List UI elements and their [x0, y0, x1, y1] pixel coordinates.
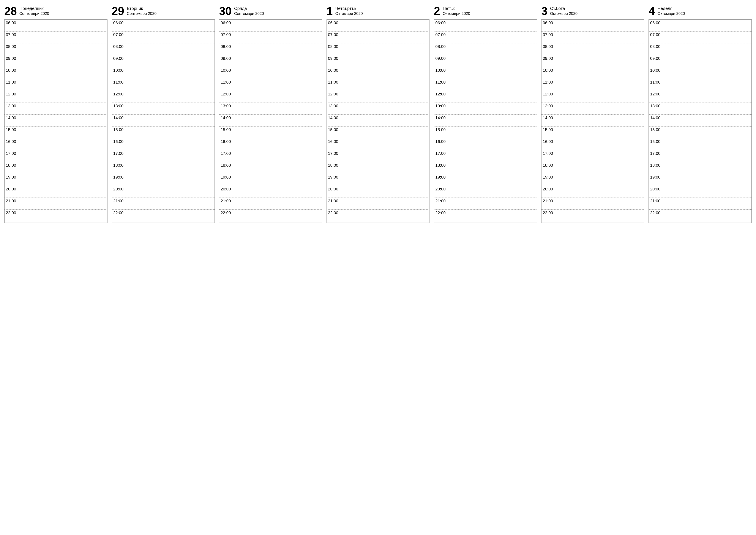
time-slot: 16:00: [541, 138, 644, 150]
time-slot: 16:00: [5, 138, 107, 150]
time-slot: 07:00: [541, 31, 644, 43]
day-header: 4НеделяОктомври 2020: [649, 4, 752, 19]
day-weekday-label: Сряда: [234, 6, 264, 11]
time-slot: 07:00: [327, 31, 429, 43]
day-weekday-label: Петък: [443, 6, 470, 11]
day-info: СъботаОктомври 2020: [550, 6, 578, 16]
day-column: 3СъботаОктомври 202006:0007:0008:0009:00…: [541, 4, 644, 223]
time-slot: 18:00: [649, 162, 751, 174]
time-slot: 09:00: [219, 55, 322, 67]
time-slot: 13:00: [219, 102, 322, 114]
time-slot: 08:00: [112, 43, 215, 55]
time-slot: 10:00: [541, 67, 644, 79]
time-slot: 21:00: [112, 198, 215, 210]
time-slot: 13:00: [5, 102, 107, 114]
time-slot: 06:00: [5, 20, 107, 31]
time-slot: 14:00: [649, 114, 751, 126]
time-slot: 19:00: [112, 174, 215, 186]
time-slot: 22:00: [327, 210, 429, 223]
time-slot: 14:00: [5, 114, 107, 126]
time-slot: 20:00: [649, 186, 751, 198]
time-slot: 22:00: [649, 210, 751, 223]
time-slot: 21:00: [434, 198, 537, 210]
time-slot: 14:00: [434, 114, 537, 126]
time-slot: 17:00: [5, 150, 107, 162]
time-slot: 09:00: [327, 55, 429, 67]
time-slot: 08:00: [219, 43, 322, 55]
time-slot: 20:00: [434, 186, 537, 198]
time-slot: 10:00: [219, 67, 322, 79]
time-slot: 07:00: [5, 31, 107, 43]
day-number: 30: [219, 5, 231, 16]
time-slot: 07:00: [649, 31, 751, 43]
time-slot: 12:00: [327, 91, 429, 102]
time-slot: 17:00: [112, 150, 215, 162]
time-slot: 09:00: [5, 55, 107, 67]
time-slot: 06:00: [434, 20, 537, 31]
time-slots: 06:0007:0008:0009:0010:0011:0012:0013:00…: [434, 19, 537, 223]
time-slot: 11:00: [541, 79, 644, 91]
time-slot: 12:00: [112, 91, 215, 102]
day-info: ПонеделникСептември 2020: [19, 6, 49, 16]
time-slot: 08:00: [434, 43, 537, 55]
time-slot: 19:00: [649, 174, 751, 186]
time-slot: 17:00: [434, 150, 537, 162]
time-slot: 11:00: [327, 79, 429, 91]
time-slot: 16:00: [649, 138, 751, 150]
day-weekday-label: Неделя: [657, 6, 685, 11]
day-info: ВторникСептември 2020: [127, 6, 156, 16]
time-slot: 10:00: [327, 67, 429, 79]
time-slot: 21:00: [649, 198, 751, 210]
time-slot: 15:00: [327, 126, 429, 138]
time-slot: 19:00: [5, 174, 107, 186]
time-slot: 08:00: [5, 43, 107, 55]
day-weekday-label: Вторник: [127, 6, 156, 11]
day-header: 30СрядаСептември 2020: [219, 4, 322, 19]
day-number: 1: [327, 5, 333, 16]
day-month-label: Октомври 2020: [443, 12, 470, 16]
time-slot: 06:00: [649, 20, 751, 31]
time-slot: 18:00: [112, 162, 215, 174]
time-slot: 22:00: [219, 210, 322, 223]
time-slot: 16:00: [327, 138, 429, 150]
day-header: 3СъботаОктомври 2020: [541, 4, 644, 19]
day-number: 29: [112, 5, 124, 16]
day-month-label: Септември 2020: [127, 12, 156, 16]
time-slots: 06:0007:0008:0009:0010:0011:0012:0013:00…: [649, 19, 752, 223]
day-header: 29ВторникСептември 2020: [112, 4, 215, 19]
time-slots: 06:0007:0008:0009:0010:0011:0012:0013:00…: [219, 19, 322, 223]
time-slot: 11:00: [112, 79, 215, 91]
time-slot: 19:00: [434, 174, 537, 186]
time-slot: 06:00: [112, 20, 215, 31]
time-slot: 22:00: [434, 210, 537, 223]
day-column: 1ЧетвъртъкОктомври 202006:0007:0008:0009…: [327, 4, 430, 223]
day-number: 2: [434, 5, 440, 16]
time-slot: 19:00: [541, 174, 644, 186]
time-slot: 12:00: [434, 91, 537, 102]
time-slot: 19:00: [219, 174, 322, 186]
day-number: 3: [541, 5, 548, 16]
time-slots: 06:0007:0008:0009:0010:0011:0012:0013:00…: [541, 19, 644, 223]
time-slot: 13:00: [541, 102, 644, 114]
time-slot: 18:00: [434, 162, 537, 174]
time-slot: 06:00: [219, 20, 322, 31]
time-slot: 22:00: [5, 210, 107, 223]
time-slot: 08:00: [541, 43, 644, 55]
time-slot: 21:00: [541, 198, 644, 210]
time-slot: 15:00: [649, 126, 751, 138]
time-slots: 06:0007:0008:0009:0010:0011:0012:0013:00…: [112, 19, 215, 223]
time-slot: 14:00: [219, 114, 322, 126]
time-slot: 07:00: [219, 31, 322, 43]
time-slot: 16:00: [219, 138, 322, 150]
time-slot: 16:00: [112, 138, 215, 150]
day-month-label: Октомври 2020: [550, 12, 578, 16]
day-month-label: Септември 2020: [234, 12, 264, 16]
time-slot: 17:00: [327, 150, 429, 162]
time-slot: 07:00: [434, 31, 537, 43]
time-slot: 07:00: [112, 31, 215, 43]
time-slot: 09:00: [649, 55, 751, 67]
time-slot: 09:00: [434, 55, 537, 67]
time-slot: 06:00: [541, 20, 644, 31]
time-slot: 15:00: [112, 126, 215, 138]
day-month-label: Октомври 2020: [336, 12, 363, 16]
